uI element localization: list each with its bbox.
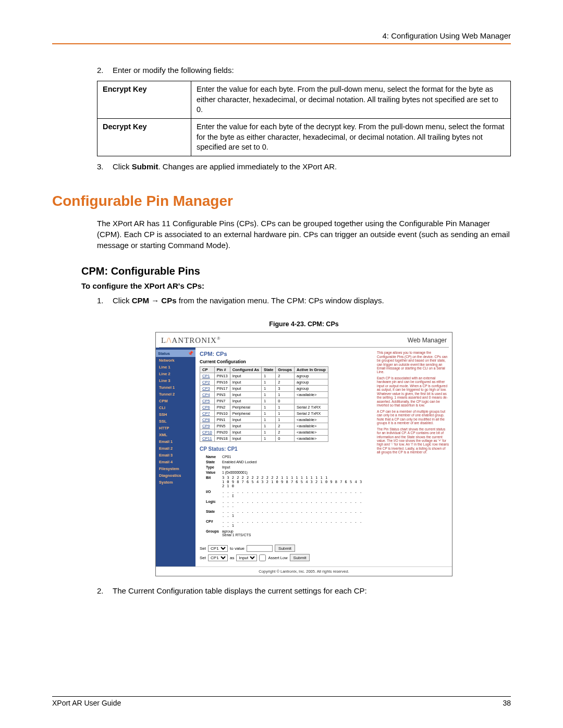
sidebar-item[interactable]: Line 3: [156, 377, 195, 384]
table-row: Encrypt Key Enter the value for each byt…: [97, 81, 511, 119]
sidebar-item-status[interactable]: Status📌: [156, 350, 195, 357]
app-title: Web Manager: [408, 337, 447, 344]
kv-val: Enter the value for each byte. From the …: [191, 81, 511, 119]
embedded-screenshot: L/\ANTRONIX® Web Manager Status📌 Network…: [155, 332, 452, 576]
cp-link[interactable]: CP2: [200, 379, 215, 386]
pin-icon[interactable]: 📌: [188, 351, 193, 356]
table-row: CP6PIN2Peripheral11Serial 2 TxRX: [200, 404, 328, 411]
table-row: CP10PIN20Input12<available>: [200, 429, 328, 436]
sidebar-item[interactable]: Tunnel 2: [156, 391, 195, 398]
page-footer: XPort AR User Guide 38: [52, 696, 511, 707]
table-row: CP8PIN1Input11<available>: [200, 417, 328, 423]
cp-link[interactable]: CP6: [200, 404, 215, 411]
sidebar-item[interactable]: Line 2: [156, 371, 195, 377]
sidebar-item[interactable]: HTTP: [156, 425, 195, 431]
sidebar-item[interactable]: Tunnel 1: [156, 384, 195, 391]
cp-set-controls: Set CP1 to value Submit Set CP1 as Input…: [200, 545, 370, 561]
table-row: CP1PIN13Input12agroup: [200, 373, 328, 379]
kv-key: Decrypt Key: [97, 118, 191, 156]
table-row: CP11PIN18Input10<available>: [200, 436, 328, 442]
cp-status-title: CP Status: CP1: [200, 446, 370, 452]
sidebar-item[interactable]: SSH: [156, 411, 195, 418]
info-sidebar: This page allows you to manage the Confi…: [374, 348, 452, 566]
cp-select-2[interactable]: CP1: [208, 554, 228, 561]
sidebar-item[interactable]: SSL: [156, 418, 195, 425]
sidebar-item[interactable]: Line 1: [156, 364, 195, 371]
figure-caption: Figure 4-23. CPM: CPs: [97, 320, 511, 328]
footer-page-number: 38: [503, 699, 511, 707]
panel-title: CPM: CPs: [200, 351, 370, 357]
sidebar-item[interactable]: Email 4: [156, 459, 195, 465]
submit-button-2[interactable]: Submit: [290, 554, 310, 561]
cp-link[interactable]: CP10: [200, 429, 215, 436]
section-paragraph: The XPort AR has 11 Configurable Pins (C…: [97, 218, 511, 251]
col-header: Pin #: [214, 367, 230, 373]
cp-link[interactable]: CP9: [200, 423, 215, 429]
submit-button-1[interactable]: Submit: [275, 545, 295, 552]
kv-val: Enter the value for each byte of the dec…: [191, 118, 511, 156]
sidebar-item[interactable]: Email 2: [156, 445, 195, 452]
panel-subtitle: Current Configuration: [200, 359, 370, 364]
sidebar-item[interactable]: Network: [156, 357, 195, 364]
config-table: CPPin #Configured AsStateGroupsActive In…: [200, 366, 328, 442]
info-paragraph: A CP can be a member of multiple groups …: [377, 410, 449, 425]
info-paragraph: This page allows you to manage the Confi…: [377, 351, 449, 374]
sidebar-item[interactable]: Diagnostics: [156, 472, 195, 479]
cp-link[interactable]: CP3: [200, 386, 215, 392]
col-header: Groups: [276, 367, 295, 373]
sidebar: Status📌 NetworkLine 1Line 2Line 3Tunnel …: [156, 348, 195, 566]
col-header: Configured As: [230, 367, 261, 373]
footer-left: XPort AR User Guide: [52, 699, 121, 707]
table-row: CP2PIN16Input12agroup: [200, 379, 328, 386]
sidebar-item[interactable]: Email 1: [156, 438, 195, 445]
cp-link[interactable]: CP4: [200, 392, 215, 398]
section-heading: Configurable Pin Manager: [52, 193, 511, 209]
sidebar-item[interactable]: Filesystem: [156, 465, 195, 472]
sidebar-item[interactable]: Email 3: [156, 452, 195, 459]
subsection-heading: CPM: Configurable Pins: [81, 265, 511, 277]
table-row: CP3PIN17Input13agroup: [200, 386, 328, 392]
cp-type-select[interactable]: Input: [236, 554, 257, 561]
page-header-breadcrumb: 4: Configuration Using Web Manager: [52, 31, 511, 40]
cp-link[interactable]: CP7: [200, 411, 215, 417]
step-2-text: Enter or modify the following fields:: [113, 66, 234, 75]
step-2: 2.Enter or modify the following fields:: [97, 65, 511, 76]
step-3: 3.Click Submit. Changes are applied imme…: [97, 162, 511, 172]
key-value-table: Encrypt Key Enter the value for each byt…: [97, 81, 511, 156]
header-rule: [52, 43, 511, 44]
col-header: Active In Group: [295, 367, 328, 373]
assert-low-label: Assert Low: [268, 556, 287, 560]
table-row: CP5PIN7Input10: [200, 398, 328, 404]
logo: L/\ANTRONIX®: [161, 336, 221, 345]
info-paragraph: Each CP is associated with an external h…: [377, 376, 449, 408]
sidebar-item[interactable]: XML: [156, 431, 195, 438]
cp-status-table: NameCP01 StateEnabled AND Locked TypeInp…: [205, 454, 370, 538]
copyright-text: Copyright © Lantronix, Inc. 2005. All ri…: [156, 566, 452, 576]
table-row: CP9PIN5Input12<available>: [200, 423, 328, 429]
step-1-nav: 1.Click CPM → CPs from the navigation me…: [97, 295, 511, 306]
arrow-icon: →: [149, 296, 161, 305]
col-header: State: [262, 367, 276, 373]
cp-value-input[interactable]: [247, 545, 273, 552]
sidebar-item[interactable]: CPM: [156, 398, 195, 404]
assert-low-checkbox[interactable]: [259, 554, 266, 561]
col-header: CP: [200, 367, 215, 373]
info-paragraph: The Pin Status chart shows the current s…: [377, 427, 449, 454]
procedure-title: To configure the XPort AR's CPs:: [81, 281, 511, 290]
table-row: CP7PIN10Peripheral11Serial 2 TxRX: [200, 411, 328, 417]
cp-link[interactable]: CP5: [200, 398, 215, 404]
step-after-fig: 2.The Current Configuration table displa…: [97, 586, 511, 596]
sidebar-item[interactable]: CLI: [156, 404, 195, 411]
kv-key: Encrypt Key: [97, 81, 191, 119]
main-panel: CPM: CPs Current Configuration CPPin #Co…: [195, 348, 374, 566]
table-row: CP4PIN3Input11<available>: [200, 392, 328, 398]
cp-link[interactable]: CP8: [200, 417, 215, 423]
table-row: Decrypt Key Enter the value for each byt…: [97, 118, 511, 156]
cp-link[interactable]: CP1: [200, 373, 215, 379]
cp-link[interactable]: CP11: [200, 436, 215, 442]
sidebar-item[interactable]: System: [156, 479, 195, 486]
cp-select-1[interactable]: CP1: [208, 545, 228, 552]
